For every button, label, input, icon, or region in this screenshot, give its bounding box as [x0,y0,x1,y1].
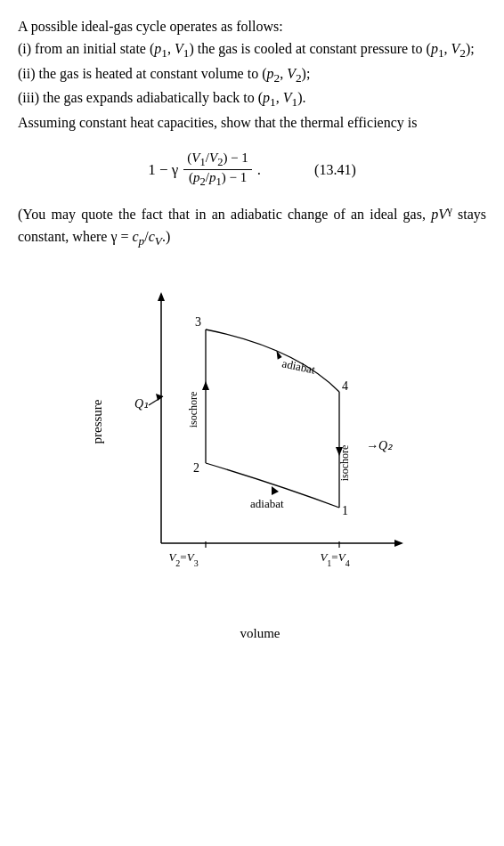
q2-label: →Q₂ [366,439,393,452]
svg-marker-11 [272,486,279,495]
step1-text: (i) from an initial state (p1, V1) the g… [18,41,475,56]
y-axis-label: pressure [90,400,105,444]
formula-one: 1 − γ [148,161,178,179]
chart-svg: V2=V3 V1=V4 [108,285,428,588]
point-1-label: 1 [342,504,348,517]
x-tick1: V2=V3 [168,550,198,568]
point-2-label: 2 [193,461,199,475]
problem-text: A possible ideal-gas cycle operates as f… [18,16,486,134]
step2-text: (ii) the gas is heated at constant volum… [18,66,310,81]
formula-period: . [257,161,261,179]
intro-line: A possible ideal-gas cycle operates as f… [18,19,283,34]
svg-marker-3 [394,540,403,547]
efficiency-formula: 1 − γ (V1/V2) − 1 (p2/p1) − 1 . [148,150,261,189]
point-3-label: 3 [195,315,201,329]
q1-label: Q₁ [134,397,149,411]
equation-number: (13.41) [314,162,356,178]
x-tick2: V1=V4 [320,550,349,568]
chart-wrapper: pressure V2=V3 V1=V4 [18,276,486,632]
svg-marker-1 [158,292,165,301]
adiabat-top-label: adiabat [280,356,316,377]
adiabat-bottom-label: adiabat [250,497,284,510]
note-text: (You may quote the fact that in an adiab… [18,201,486,251]
point-4-label: 4 [342,379,348,393]
svg-marker-7 [202,381,209,390]
step3-text: (iii) the gas expands adiabatically back… [18,90,305,105]
formula-denominator: (p2/p1) − 1 [185,170,250,189]
formula-fraction: (V1/V2) − 1 (p2/p1) − 1 [183,150,251,189]
isochore-left-label: isochore [187,392,199,428]
formula-numerator: (V1/V2) − 1 [183,150,251,169]
x-axis-label: volume [240,626,280,641]
formula-container: 1 − γ (V1/V2) − 1 (p2/p1) − 1 . (13.41) [18,150,486,189]
assuming-text: Assuming constant heat capacities, show … [18,115,417,130]
isochore-right-label: isochore [338,445,351,482]
